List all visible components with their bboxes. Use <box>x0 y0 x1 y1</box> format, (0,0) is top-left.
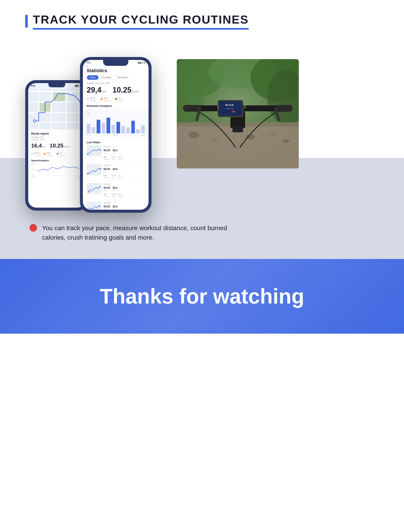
ride-date-2: 12.09.21 <box>103 164 145 166</box>
bar-item <box>102 123 105 133</box>
bar-item <box>136 129 140 133</box>
title-wrapper: TRACK YOUR CYCLING ROUTINES <box>25 13 379 30</box>
bar-item <box>141 125 145 133</box>
route-distance: 16,4 <box>31 142 42 149</box>
svg-point-39 <box>246 134 255 139</box>
svg-point-22 <box>100 168 101 170</box>
stats-co2-value: 32 <box>118 97 121 100</box>
metric-calories-label: Calories <box>47 155 53 157</box>
bar-item <box>96 120 100 133</box>
ride-map-thumb-2 <box>87 164 101 175</box>
svg-rect-20 <box>87 164 101 175</box>
svg-point-19 <box>100 150 101 151</box>
stats-battery-icon: ▮ <box>144 62 145 64</box>
co2-icon: 🌿 <box>56 153 59 155</box>
stats-co2-icon: 🌿 <box>115 98 118 101</box>
calories-icon: 🔥 <box>43 153 46 155</box>
phone-left-notch <box>48 83 65 87</box>
svg-point-41 <box>283 139 289 143</box>
route-subtitle: Saturday route <box>31 136 83 138</box>
ride-map-thumb-1 <box>87 146 101 157</box>
status-time-left: 9:41 <box>31 85 35 87</box>
route-date: 21.06.21 - 09:41 <box>31 139 83 141</box>
svg-point-21 <box>87 173 88 174</box>
bullet-dot <box>29 224 37 232</box>
stats-co2-label: kg Co2 <box>118 100 124 102</box>
page-title: TRACK YOUR CYCLING ROUTINES <box>33 13 249 30</box>
ride-date-4: 12.09.21 <box>103 202 145 204</box>
bar-item <box>126 127 130 133</box>
phone-left: 9:41 ▐▐▐ ≋ ▮ <box>25 80 88 211</box>
signal-icon: ▐▐▐ <box>75 85 78 87</box>
route-speed: 10.25 <box>50 142 63 149</box>
ride-info-2: 12.09.21 55:20 min. 29,4 km <box>103 164 145 179</box>
ride-item: 12.09.21 55:20 min. 29,4 km <box>87 202 145 210</box>
phone-right: 9:41 ▐▐▐ ≋ ▮ ‹ Statistics <box>80 57 152 213</box>
bar-item <box>87 124 90 133</box>
stats-metric-time: ⏱ 55:20 minutes <box>87 96 96 102</box>
tab-today[interactable]: Today <box>87 75 98 80</box>
ride-map-thumb-3 <box>87 183 101 194</box>
svg-point-40 <box>269 132 278 136</box>
stats-time: 9:41 <box>87 62 90 64</box>
metric-calories: 🔥 450 Calories <box>43 151 53 157</box>
ride-item: 12.09.21 55:20 min. 29,4 km <box>87 164 145 181</box>
bike-photo-svg: 00:14:18 11:04 2:30 <box>177 59 299 169</box>
thanks-section: Thanks for watching <box>0 259 404 334</box>
ride-info-1: 12.09.21 55:20 min. 29,4 km <box>103 146 145 160</box>
ride-date-1: 12.09.21 <box>103 146 145 148</box>
ride-item: 12.09.21 55:20 min. 29,4 km <box>87 183 145 200</box>
svg-point-38 <box>211 137 218 141</box>
stats-speed: 10.25 <box>113 86 132 95</box>
bar-item <box>116 122 120 133</box>
stats-calories-icon: 🔥 <box>100 98 103 101</box>
speed-chart-svg <box>31 163 83 174</box>
title-accent-bar <box>25 15 28 28</box>
ride-date-3: 12.09.21 <box>103 183 145 185</box>
svg-point-24 <box>88 191 89 192</box>
route-report-content: Route report ⬆ Saturday route 21.06.21 -… <box>28 129 85 180</box>
bar-item <box>131 121 135 133</box>
svg-text:00:14:18: 00:14:18 <box>225 104 234 106</box>
speed-chart-labels: 09:00 09:45 <box>31 176 83 178</box>
svg-point-12 <box>34 120 35 122</box>
stats-date: Sunday, Sept. 12th, 2021 <box>83 82 148 86</box>
bar-item <box>111 125 115 133</box>
metric-time-label: minutes <box>34 155 40 157</box>
bar-item <box>122 126 125 133</box>
speed-chart: 20 km 10 km 0 km <box>31 163 83 176</box>
metric-co2: 🌿 12 kg Co2 <box>56 151 65 157</box>
tab-this-month[interactable]: This Month <box>114 75 130 80</box>
bar-chart-bottom: 0 km 08:00 10:00 <box>87 133 145 136</box>
stats-distance: 29,4 <box>87 86 101 95</box>
stats-time-label: minutes <box>90 100 96 102</box>
bar-item <box>92 127 96 133</box>
stats-metrics-row: ⏱ 55:20 minutes 🔥 650 Calories <box>83 96 148 104</box>
tab-row: Today This Week This Month <box>87 75 131 80</box>
phones-photo-section: 9:41 ▐▐▐ ≋ ▮ <box>0 46 404 213</box>
svg-rect-53 <box>244 105 246 109</box>
stats-time-icon: ⏱ <box>87 98 89 101</box>
last-rides-section: 12.09.21 55:20 min. 29,4 km <box>83 146 148 210</box>
svg-rect-23 <box>87 183 101 194</box>
stats-distance-metric: 29,4 km <box>87 86 106 95</box>
stats-title: Statistics <box>83 68 148 75</box>
stats-main-numbers: 29,4 km 10.25 km/h <box>83 86 148 96</box>
svg-point-28 <box>99 205 100 207</box>
stats-calories-value: 650 <box>104 97 108 100</box>
stats-wifi-icon: ≋ <box>142 62 143 64</box>
svg-rect-52 <box>217 105 219 109</box>
svg-point-18 <box>87 153 88 155</box>
ride-map-thumb-4 <box>87 202 101 210</box>
speed-y-labels: 20 km 10 km 0 km <box>31 163 35 175</box>
metric-time-value: 45:20 <box>34 152 39 154</box>
svg-point-37 <box>188 132 199 138</box>
stats-distance-unit: km <box>102 90 106 93</box>
bullet-text: You can track your pace, measure workout… <box>42 223 231 242</box>
tab-this-week[interactable]: This Week <box>98 75 114 80</box>
phone-notch <box>103 60 128 66</box>
thanks-title: Thanks for watching <box>100 284 304 308</box>
svg-rect-46 <box>232 126 243 132</box>
svg-rect-17 <box>87 146 101 157</box>
route-path-svg: Papierci... Aachen <box>28 83 85 129</box>
